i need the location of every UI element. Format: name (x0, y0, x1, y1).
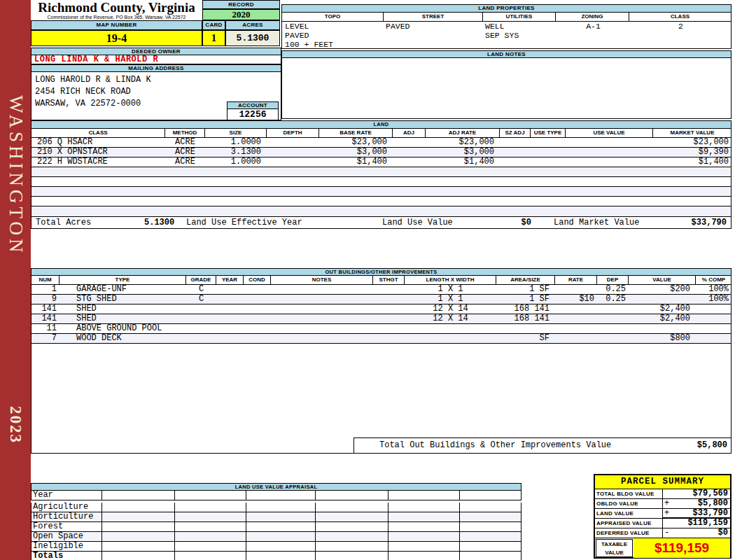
column-class: CLASS (629, 13, 731, 22)
county-title: Richmond County, Virginia (31, 0, 202, 15)
land-properties-title: LAND PROPERTIES (282, 5, 731, 13)
col-num: NUM (31, 276, 59, 285)
summary-value: $119,159 (672, 519, 730, 528)
mailing-address-header: MAILING ADDRESS (31, 64, 281, 72)
col-year: YEAR (216, 276, 244, 285)
sidebar-year-label: 2023 (6, 406, 24, 444)
summary-row: OBLDG VALUE + $5,800 (595, 499, 730, 509)
summary-operator (663, 489, 672, 498)
land-row: 210 X OPNSTACR ACRE 3.1300 $3,000 $3,000… (31, 148, 731, 158)
appraisal-row: Agriculture (31, 503, 522, 512)
sidebar-county-label: WASHINGTON (5, 95, 27, 256)
class-value: 2 (630, 22, 732, 31)
col-class: CLASS (31, 129, 165, 138)
column-utilities: UTILITIES (483, 13, 556, 22)
sidebar: WASHINGTON 2023 (0, 0, 31, 560)
outbuilding-row: 11 ABOVE GROUND POOL (31, 324, 731, 334)
land-properties-values: LEVEL PAVED 100 + FEET PAVED WELL SEP SY… (282, 22, 731, 48)
land-use-appraisal-table: LAND USE VALUE APPRAISAL Year Agricultur… (31, 483, 522, 560)
account-value: 12256 (227, 109, 279, 120)
summary-row: DEFERRED VALUE - $0 (595, 528, 730, 538)
outbuilding-row: 1 GARAGE-UNF C 1 X 1 1 SF 0.25 $200 100% (31, 285, 731, 295)
col-length-width: LENGTH X WIDTH (405, 276, 496, 285)
taxable-value-row: TAXABLE VALUE $119,159 (595, 538, 730, 558)
summary-row: LAND VALUE + $33,790 (595, 509, 730, 519)
card-header: CARD (202, 20, 225, 30)
summary-operator: - (663, 528, 672, 538)
effective-year-label: Land Use Effective Year (186, 217, 302, 228)
appraisal-row: Year (31, 491, 522, 500)
summary-value: $5,800 (672, 499, 730, 508)
acres-header: ACRES (225, 20, 280, 30)
outbuildings-total-value: $5,800 (697, 438, 727, 452)
land-row-empty (31, 206, 731, 216)
summary-value: $79,569 (672, 489, 730, 498)
land-use-value: $0 (479, 217, 531, 228)
col-area-size: AREA/SIZE (496, 276, 555, 285)
taxable-value-label: TAXABLE VALUE (596, 539, 633, 557)
topo-value: LEVEL (285, 22, 309, 31)
summary-value: $0 (672, 528, 730, 538)
outbuildings-total-row: Total Out Buildings & Other Improvements… (354, 438, 732, 453)
column-street: STREET (384, 13, 483, 22)
account-header: ACCOUNT (227, 102, 279, 109)
utilities-value: WELL (485, 22, 505, 31)
column-zoning: ZONING (556, 13, 629, 22)
summary-operator: + (663, 509, 672, 517)
appraisal-row-label: Horticulture (31, 512, 102, 522)
total-acres-value: 5.1300 (144, 217, 174, 228)
parcel-summary: PARCEL SUMMARY TOTAL BLDG VALUE $79,569 … (594, 474, 732, 559)
outbuildings-header: NUM TYPE GRADE YEAR COND NOTES STHGT LEN… (31, 276, 731, 285)
land-row: 222 H WDSTACRE ACRE 1.0000 $1,400 $1,400… (31, 158, 731, 167)
column-topo: TOPO (282, 13, 384, 22)
summary-label: DEFERRED VALUE (595, 528, 663, 538)
map-number-header: MAP NUMBER (31, 20, 202, 30)
parcel-summary-title: PARCEL SUMMARY (595, 475, 730, 489)
land-row-empty (31, 197, 731, 206)
record-value: 2020 (202, 9, 280, 20)
appraisal-row-label: Forest (31, 522, 102, 532)
county-subtitle: Commissioner of the Revenue, PO Box 365,… (31, 15, 202, 20)
summary-label: OBLDG VALUE (595, 499, 663, 509)
card-value: 1 (202, 30, 225, 46)
appraisal-row: Totals (31, 552, 522, 560)
appraisal-row-label: Ineligible (31, 542, 102, 552)
mailing-address-line: 2454 RICH NECK ROAD (35, 86, 281, 98)
summary-label: TOTAL BLDG VALUE (595, 489, 663, 499)
acres-value: 5.1300 (225, 30, 280, 46)
col-grade: GRADE (186, 276, 216, 285)
land-market-value: $33,790 (692, 217, 727, 228)
appraisal-row-label: Open Space (31, 532, 102, 542)
appraisal-row: Ineligible (31, 542, 522, 552)
land-row-empty (31, 167, 731, 177)
account-box: ACCOUNT 12256 (227, 102, 279, 120)
topo-value: 100 + FEET (285, 40, 333, 49)
land-notes-section: LAND NOTES (281, 50, 732, 119)
map-number-value: 19-4 (31, 30, 202, 46)
appraisal-row-label: Totals (31, 552, 102, 560)
land-use-value-label: Land Use Value (382, 217, 453, 228)
summary-label: APPRAISED VALUE (595, 519, 663, 528)
land-row-empty (31, 187, 731, 197)
appraisal-title: LAND USE VALUE APPRAISAL (31, 483, 522, 491)
col-adj: ADJ (393, 129, 426, 138)
appraisal-row: Forest (31, 522, 522, 532)
col-rate: RATE (555, 276, 597, 285)
record-header: RECORD (202, 0, 280, 9)
col-use-type: USE TYPE (531, 129, 566, 138)
col-cond: COND (244, 276, 271, 285)
col-sz-adj-tbl: SZ ADJ TBL (500, 129, 531, 138)
county-header: Richmond County, Virginia Commissioner o… (31, 0, 202, 20)
zoning-value: A-1 (556, 22, 630, 31)
total-acres-label: Total Acres (36, 217, 91, 228)
outbuilding-row: 141 SHED 12 X 14 168 141 $2,400 (31, 304, 731, 314)
col-type: TYPE (59, 276, 186, 285)
col-use-value: USE VALUE (566, 129, 653, 138)
summary-row: TOTAL BLDG VALUE $79,569 (595, 489, 730, 499)
deeded-owner-value: LONG LINDA K & HAROLD R (31, 55, 281, 64)
appraisal-row-label: Agriculture (31, 503, 102, 512)
appraisal-row-label: Year (31, 491, 102, 500)
land-row-empty (31, 177, 731, 187)
col-notes: NOTES (271, 276, 373, 285)
outbuilding-row: 9 STG SHED C 1 X 1 1 SF $10 0.25 100% (31, 295, 731, 304)
